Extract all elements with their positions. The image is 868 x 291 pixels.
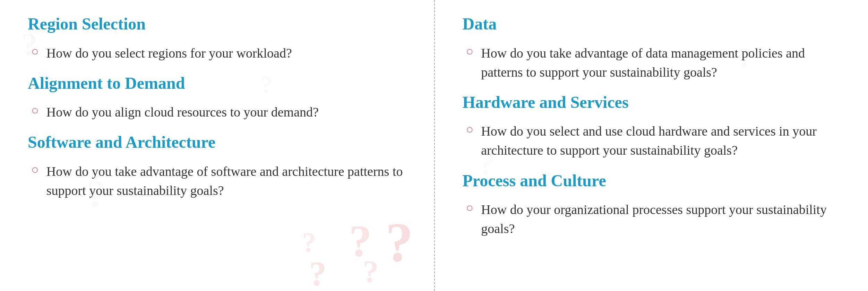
deco-q-2: ? — [386, 215, 413, 270]
bullet-region-1: ○ — [31, 45, 39, 58]
section-alignment-to-demand: Alignment to Demand ○ How do you align c… — [28, 73, 413, 122]
right-content: Data ○ How do you take advantage of data… — [463, 14, 848, 238]
question-item-software-1: ○ How do you take advantage of software … — [31, 162, 413, 200]
deco-q-3: ? — [309, 256, 327, 291]
section-region-selection: Region Selection ○ How do you select reg… — [28, 14, 413, 63]
section-title-alignment: Alignment to Demand — [28, 73, 413, 93]
question-item-alignment-1: ○ How do you align cloud resources to yo… — [31, 103, 413, 122]
section-process-culture: Process and Culture ○ How do your organi… — [463, 171, 848, 239]
deco-q-5: ? — [302, 229, 316, 256]
bullet-data-1: ○ — [466, 45, 474, 58]
section-title-hardware: Hardware and Services — [463, 92, 848, 112]
page-container: ? ? ? Region Selection ○ How do you sele… — [0, 0, 868, 291]
question-text-alignment-1: How do you align cloud resources to your… — [46, 103, 319, 122]
question-item-data-1: ○ How do you take advantage of data mana… — [466, 44, 848, 82]
left-content: Region Selection ○ How do you select reg… — [28, 14, 413, 200]
bullet-software-1: ○ — [31, 163, 39, 176]
question-item-process-1: ○ How do your organizational processes s… — [466, 200, 848, 238]
deco-q-4: ? — [363, 256, 379, 288]
question-text-hardware-1: How do you select and use cloud hardware… — [481, 122, 847, 160]
section-title-software: Software and Architecture — [28, 132, 413, 152]
section-hardware-services: Hardware and Services ○ How do you selec… — [463, 92, 848, 160]
left-column: ? ? ? Region Selection ○ How do you sele… — [0, 0, 434, 291]
question-text-process-1: How do your organizational processes sup… — [481, 200, 847, 238]
section-title-data: Data — [463, 14, 848, 34]
section-title-region-selection: Region Selection — [28, 14, 413, 34]
deco-q-1: ? — [349, 218, 372, 263]
section-software-architecture: Software and Architecture ○ How do you t… — [28, 132, 413, 200]
bullet-alignment-1: ○ — [31, 104, 39, 117]
section-title-process: Process and Culture — [463, 171, 848, 191]
question-text-software-1: How do you take advantage of software an… — [46, 162, 413, 200]
right-column: ? ? Data ○ How do you take advantage of … — [434, 0, 868, 291]
section-data: Data ○ How do you take advantage of data… — [463, 14, 848, 82]
question-item-hardware-1: ○ How do you select and use cloud hardwa… — [466, 122, 848, 160]
question-text-data-1: How do you take advantage of data manage… — [481, 44, 847, 82]
question-text-region-1: How do you select regions for your workl… — [46, 44, 292, 63]
bullet-process-1: ○ — [466, 202, 474, 214]
question-item-region-1: ○ How do you select regions for your wor… — [31, 44, 413, 63]
bullet-hardware-1: ○ — [466, 123, 474, 136]
